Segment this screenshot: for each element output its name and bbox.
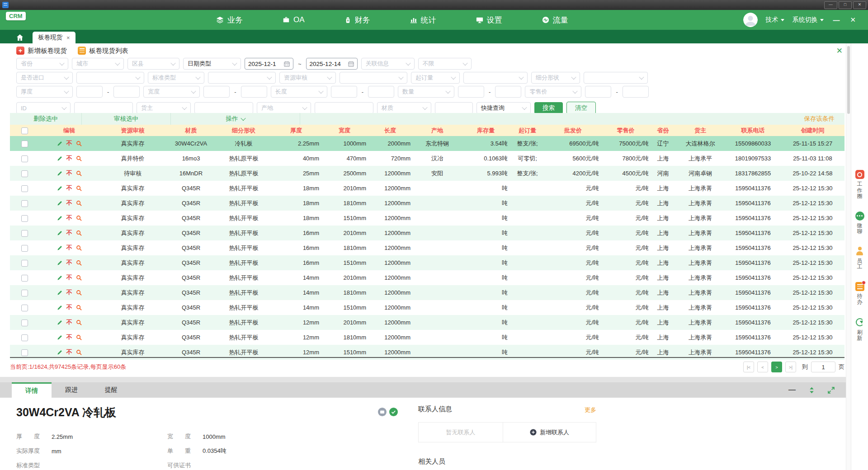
filter-select-relation-info[interactable]: 关联信息 (361, 58, 415, 70)
filter-input-id-value[interactable] (74, 102, 133, 114)
rail-item-refresh[interactable]: 刷新 (855, 317, 865, 342)
filter-select-thickness[interactable]: 厚度 (16, 86, 73, 98)
rail-item-workspace[interactable]: 工作圈 (855, 170, 864, 200)
table-row[interactable]: 不真实库存Q345R热轧开平板16mm2010mm12000mm吨元/吨元/吨上… (10, 226, 844, 240)
contact-more-link[interactable]: 更多 (585, 406, 596, 414)
table-row[interactable]: 不真实库存30W4Cr2VA冷轧板2.25mm1000mm2000mm东北特钢3… (10, 136, 844, 151)
magnifier-icon[interactable] (76, 275, 82, 281)
filter-date-date-start[interactable]: 2025-12-1 (245, 58, 293, 70)
filter-select-quantity[interactable]: 数量 (398, 86, 454, 98)
filter-input-origin-value[interactable] (315, 102, 373, 114)
filter-select-is-import[interactable]: 是否进口 (16, 72, 73, 84)
tab-close-icon[interactable]: × (66, 34, 70, 41)
magnifier-icon[interactable] (76, 200, 82, 206)
reject-icon[interactable]: 不 (66, 169, 72, 177)
edit-icon[interactable] (57, 245, 63, 251)
window-minimize-button[interactable]: — (824, 1, 837, 9)
filter-input-quantity-min[interactable] (458, 86, 484, 98)
edit-icon[interactable] (57, 185, 63, 191)
add-record-button[interactable]: + 新增板卷现货 (16, 47, 67, 55)
table-row[interactable]: 不真实库存Q345R热轧开平板14mm1810mm12000mm吨元/吨元/吨上… (10, 285, 844, 300)
filter-select-blank-2[interactable] (208, 72, 276, 84)
filter-select-date-type[interactable]: 日期类型 (183, 58, 241, 70)
user-menu[interactable]: 技术 (765, 16, 784, 24)
filter-select-city[interactable]: 城市 (72, 58, 124, 70)
reject-icon[interactable]: 不 (66, 348, 72, 356)
edit-icon[interactable] (57, 275, 63, 281)
filter-select-retail-price[interactable]: 零售价 (525, 86, 581, 98)
table-row[interactable]: 不真实库存Q345R热轧开平板18mm2010mm12000mm吨元/吨元/吨上… (10, 181, 844, 196)
row-checkbox[interactable] (21, 245, 28, 252)
reject-icon[interactable]: 不 (66, 154, 72, 162)
row-checkbox[interactable] (21, 155, 28, 162)
page-number-input[interactable]: 1 (811, 362, 835, 372)
vertical-scrollbar[interactable] (846, 43, 851, 470)
select-all-checkbox[interactable] (21, 127, 28, 134)
edit-icon[interactable] (57, 230, 63, 236)
filter-select-min-order[interactable]: 起订量 (411, 72, 460, 84)
nav-item-traffic[interactable]: 流量 (542, 15, 568, 25)
table-row[interactable]: 不真实库存Q345R热轧开平板18mm1510mm12000mm吨元/吨元/吨上… (10, 211, 844, 226)
row-checkbox[interactable] (21, 230, 28, 237)
nav-item-oa[interactable]: OA (283, 15, 305, 24)
magnifier-icon[interactable] (76, 230, 82, 236)
edit-icon[interactable] (57, 349, 63, 355)
scrollbar-thumb[interactable] (847, 46, 850, 114)
row-checkbox[interactable] (21, 320, 28, 326)
table-row[interactable]: 不真实库存Q345R热轧开平板14mm2010mm12000mm吨元/吨元/吨上… (10, 270, 844, 285)
reject-icon[interactable]: 不 (66, 303, 72, 311)
reject-icon[interactable]: 不 (66, 258, 72, 267)
reject-icon[interactable]: 不 (66, 244, 72, 252)
filter-input-thickness-min[interactable] (76, 86, 103, 98)
collapse-panel-icon[interactable]: — (788, 386, 796, 394)
magnifier-icon[interactable] (76, 215, 82, 221)
filter-select-material[interactable]: 材质 (377, 102, 431, 114)
table-row[interactable]: 不真实库存Q345R热轧开平板18mm1810mm12000mm吨元/吨元/吨上… (10, 196, 844, 211)
row-checkbox[interactable] (21, 334, 28, 341)
row-checkbox[interactable] (21, 141, 28, 147)
edit-icon[interactable] (57, 200, 63, 206)
page-first-button[interactable]: |< (743, 362, 754, 372)
edit-icon[interactable] (57, 155, 63, 161)
magnifier-icon[interactable] (76, 305, 82, 310)
system-switch-menu[interactable]: 系统切换 (792, 16, 824, 24)
nav-item-settings[interactable]: 设置 (476, 15, 502, 25)
filter-input-length-min[interactable] (331, 86, 357, 98)
magnifier-icon[interactable] (76, 185, 82, 191)
table-row[interactable]: 不真实库存Q345R热轧开平板16mm1510mm12000mm吨元/吨元/吨上… (10, 255, 844, 270)
filter-select-origin[interactable]: 产地 (257, 102, 311, 114)
tab-board-spot[interactable]: 板卷现货 × (33, 32, 75, 43)
filter-select-length[interactable]: 长度 (271, 86, 327, 98)
filter-input-thickness-max[interactable] (113, 86, 140, 98)
filter-select-width[interactable]: 宽度 (143, 86, 200, 98)
clear-button[interactable]: 清空 (566, 102, 596, 114)
filter-select-unlimited[interactable]: 不限 (418, 58, 472, 70)
filter-select-owner[interactable]: 货主 (137, 102, 191, 114)
rail-item-todo[interactable]: 待办 (855, 282, 864, 306)
edit-icon[interactable] (57, 170, 63, 176)
filter-input-retail-max[interactable] (623, 86, 649, 98)
filter-input-owner-value[interactable] (194, 102, 253, 114)
reject-icon[interactable]: 不 (66, 273, 72, 282)
row-checkbox[interactable] (21, 305, 28, 311)
nav-item-business[interactable]: 业务 (216, 15, 243, 25)
filter-select-quick-query[interactable]: 快捷查询 (476, 102, 531, 114)
magnifier-icon[interactable] (76, 349, 82, 355)
row-checkbox[interactable] (21, 275, 28, 282)
edit-icon[interactable] (57, 215, 63, 221)
edit-icon[interactable] (57, 141, 63, 146)
filter-input-retail-min[interactable] (585, 86, 611, 98)
reject-icon[interactable]: 不 (66, 229, 72, 237)
edit-icon[interactable] (57, 290, 63, 296)
row-checkbox[interactable] (21, 349, 28, 356)
row-checkbox[interactable] (21, 200, 28, 207)
table-row[interactable]: 不待审核16MnDR热轧原平板25mm2500mm12000mm安阳5.993吨… (10, 166, 844, 181)
filter-select-blank-1[interactable] (76, 72, 144, 84)
detail-tab-remind[interactable]: 提醒 (91, 382, 131, 398)
page-last-button[interactable]: >| (785, 362, 796, 372)
reject-icon[interactable]: 不 (66, 288, 72, 296)
detail-tab-info[interactable]: 详情 (12, 382, 52, 398)
rail-item-staff[interactable]: 员工 (855, 247, 864, 270)
edit-icon[interactable] (57, 260, 63, 266)
magnifier-icon[interactable] (76, 245, 82, 251)
